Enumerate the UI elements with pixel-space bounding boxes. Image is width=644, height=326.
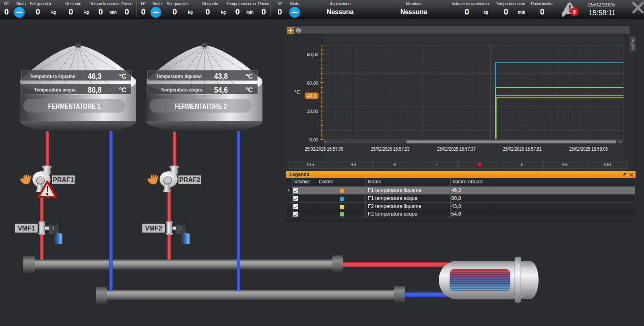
svg-text:25/02/2025 15:57:37: 25/02/2025 15:57:37	[437, 146, 476, 152]
svg-text:Griglia: Griglia	[631, 38, 636, 50]
svg-text:25/02/2025 15:58:05: 25/02/2025 15:58:05	[569, 146, 608, 152]
svg-text:FERMENTATORE 1: FERMENTATORE 1	[48, 102, 101, 110]
svg-text:80,8: 80,8	[88, 85, 101, 94]
svg-text:Temperatura liquame: Temperatura liquame	[30, 73, 75, 79]
svg-text:25/02/2025 15:57:23: 25/02/2025 15:57:23	[371, 146, 410, 152]
svg-text:°C: °C	[119, 73, 127, 80]
svg-text:PRAF1: PRAF1	[53, 176, 74, 183]
svg-text:VMF2: VMF2	[145, 225, 162, 232]
svg-text:46.3: 46.3	[307, 93, 316, 98]
svg-text:°C: °C	[294, 89, 301, 96]
svg-text:25/02/2025 15:57:51: 25/02/2025 15:57:51	[503, 146, 542, 152]
svg-text:Temperatura acqua: Temperatura acqua	[161, 87, 202, 93]
svg-text:PRAF2: PRAF2	[179, 176, 200, 183]
svg-text:0,00: 0,00	[310, 137, 318, 142]
svg-text:Temperatura acqua: Temperatura acqua	[34, 87, 76, 93]
svg-text:°C: °C	[119, 86, 127, 93]
svg-text:46,3: 46,3	[88, 72, 101, 81]
svg-text:25/02/2025 15:57:09: 25/02/2025 15:57:09	[305, 146, 343, 152]
svg-text:54,6: 54,6	[214, 85, 228, 94]
svg-text:°C: °C	[246, 86, 253, 93]
svg-text:6: 6	[573, 9, 576, 15]
svg-text:VMF1: VMF1	[18, 225, 35, 232]
svg-text:°C: °C	[246, 73, 253, 80]
svg-text:43,8: 43,8	[214, 72, 228, 81]
svg-text:90,00: 90,00	[307, 52, 318, 57]
svg-text:Temperatura liquame: Temperatura liquame	[156, 73, 202, 79]
svg-text:30,00: 30,00	[307, 109, 318, 114]
svg-text:60,00: 60,00	[307, 81, 318, 85]
svg-text:FERMENTATORE 2: FERMENTATORE 2	[175, 102, 227, 110]
